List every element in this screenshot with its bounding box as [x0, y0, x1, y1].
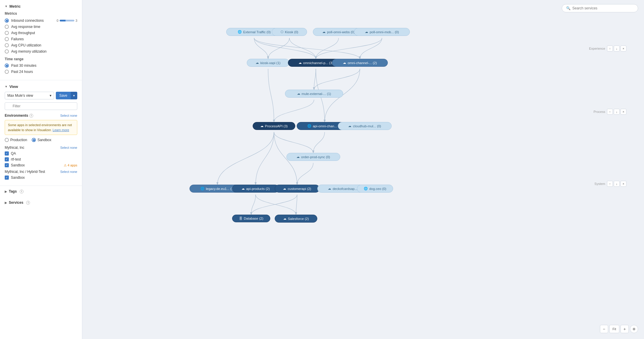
search-icon: 🔍: [566, 6, 571, 10]
range-max: 3: [76, 19, 77, 22]
metric-radio-avg-response[interactable]: [5, 25, 9, 29]
env-radio-production[interactable]: Production: [5, 138, 27, 142]
rtf-test-checkbox[interactable]: ✓: [5, 157, 9, 161]
metric-row-inbound: Inbound connections 0 3: [5, 19, 77, 23]
node-label-customerapi: customerapi (2): [288, 187, 311, 191]
view-section-header[interactable]: ▼ View: [5, 84, 77, 89]
node-cloudhub-mul[interactable]: ☁cloudhub-mul... (0): [338, 122, 392, 130]
zoom-controls: − Fit + ⊕: [600, 325, 638, 333]
node-database[interactable]: 🗄Database (2): [232, 215, 270, 222]
tags-info-icon[interactable]: i: [20, 190, 24, 193]
filter-input[interactable]: [5, 102, 77, 110]
time-radio-30min[interactable]: [5, 64, 9, 68]
mythical-select-none[interactable]: Select none: [60, 146, 77, 149]
sandbox-checkbox[interactable]: ✓: [5, 163, 9, 167]
metric-radio-failures[interactable]: [5, 37, 9, 41]
node-label-omnichannel-p: omnichannel-p... (3): [303, 61, 333, 65]
search-input[interactable]: [572, 6, 634, 10]
node-dog-ceo[interactable]: 🌐dog.ceo (0): [357, 185, 393, 193]
node-label-kiosk: Kiosk (0): [285, 30, 298, 34]
save-caret-button[interactable]: ▾: [71, 92, 77, 99]
view-title: View: [9, 84, 18, 89]
node-icon-poll-omni-mob: ☁: [365, 30, 368, 34]
zoom-out-button[interactable]: −: [600, 325, 608, 333]
learn-more-link[interactable]: Learn more: [53, 128, 69, 132]
range-bar-visual: [60, 20, 74, 21]
qa-checkbox[interactable]: ✓: [5, 151, 9, 156]
node-poll-omni-mob[interactable]: ☁poll-omni-mob... (0): [354, 28, 410, 36]
filter-wrapper: 🔍: [5, 102, 77, 110]
time-range-24hr: Past 24 hours: [5, 70, 77, 74]
node-processapi[interactable]: ☁ProcessAPI (3): [253, 122, 295, 130]
metric-radio-inner: [6, 20, 8, 22]
node-label-mule-external: mule-external-... (1): [302, 92, 331, 96]
time-radio-24hr[interactable]: [5, 70, 9, 74]
search-input-wrap: 🔍: [562, 4, 638, 12]
production-radio-outer: [5, 138, 9, 142]
environments-info-icon[interactable]: i: [29, 114, 33, 118]
node-label-poll-omni-mob: poll-omni-mob... (0): [370, 30, 399, 34]
hybrid-select-none[interactable]: Select none: [60, 170, 77, 173]
fit-button[interactable]: Fit: [609, 325, 619, 333]
metric-label-avg-memory: Avg memory utilization: [11, 49, 47, 54]
env-header: Environments i Select none: [5, 113, 77, 118]
graph-canvas: 🌐External Traffic (0)⬡Kiosk (0)☁poll-omn…: [82, 0, 644, 339]
node-icon-external-traffic: 🌐: [238, 30, 242, 34]
metric-label-inbound: Inbound connections: [11, 19, 44, 23]
node-label-database: Database (2): [244, 217, 263, 220]
checkbox-rtf-test: ✓ rtf-test: [5, 157, 77, 161]
node-mule-external[interactable]: ☁mule-external-... (1): [285, 90, 343, 98]
qa-label: QA: [11, 151, 16, 156]
view-chevron-icon: ▼: [5, 85, 8, 88]
node-icon-omni-channel: ☁: [343, 61, 346, 65]
sandbox-radio-outer: [32, 138, 36, 142]
env-radio-sandbox[interactable]: Sandbox: [32, 138, 51, 142]
node-label-legacy-de-eu1: legacy.de.eu1... (1): [206, 187, 235, 191]
compass-button[interactable]: ⊕: [630, 325, 638, 333]
view-dropdown[interactable]: Max Mule's view ▾: [5, 92, 54, 99]
time-label-30min: Past 30 minutes: [11, 64, 36, 68]
select-none-link[interactable]: Select none: [60, 114, 77, 117]
hybrid-check-icon: ✓: [6, 176, 8, 179]
node-customerapi[interactable]: ☁customerapi (2): [275, 185, 320, 193]
services-info-icon[interactable]: i: [26, 201, 30, 205]
metric-radio-avg-cpu[interactable]: [5, 43, 9, 47]
environments-label: Environments i: [5, 113, 33, 118]
metric-section-header[interactable]: ▼ Metric: [5, 4, 77, 9]
metric-row-failures: Failures: [5, 37, 77, 41]
metric-label-failures: Failures: [11, 37, 24, 41]
node-kiosk-xapi[interactable]: ☁kiosk-xapi (1): [247, 59, 289, 67]
hybrid-sandbox-label: Sandbox: [11, 176, 25, 180]
node-icon-omnichannel-p: ☁: [298, 61, 302, 65]
node-kiosk[interactable]: ⬡Kiosk (0): [272, 28, 307, 36]
tags-label: Tags: [9, 189, 17, 193]
node-label-api-products: api-products (2): [246, 187, 270, 191]
node-order-prod-sync[interactable]: ☁order-prod-sync (0): [286, 153, 340, 161]
node-label-salesforce: Salesforce (2): [288, 217, 309, 221]
services-section-header[interactable]: ▶ Services i: [0, 197, 82, 208]
save-button[interactable]: Save: [56, 92, 71, 99]
hybrid-sandbox-checkbox[interactable]: ✓: [5, 176, 9, 180]
node-salesforce[interactable]: ☁Salesforce (2): [275, 215, 317, 223]
metric-label-avg-cpu: Avg CPU utilization: [11, 43, 41, 47]
node-label-external-traffic: External Traffic (0): [243, 30, 271, 34]
zoom-in-button[interactable]: +: [620, 325, 629, 333]
node-label-cloudhub-mul: cloudhub-mul... (0): [353, 124, 381, 128]
metric-row-avg-memory: Avg memory utilization: [5, 49, 77, 54]
tags-section-header[interactable]: ▶ Tags i: [0, 186, 82, 197]
node-omni-channel[interactable]: ☁omni-channel-... (2): [332, 59, 388, 67]
node-icon-salesforce: ☁: [283, 217, 286, 221]
node-label-dog-ceo: dog.ceo (0): [369, 187, 386, 191]
metric-radio-avg-memory[interactable]: [5, 49, 9, 54]
node-label-order-prod-sync: order-prod-sync (0): [301, 155, 330, 159]
services-label: Services: [9, 201, 23, 205]
production-label: Production: [10, 138, 27, 142]
metric-radio-avg-throughput[interactable]: [5, 31, 9, 35]
sandbox-checkbox-label: Sandbox: [11, 163, 25, 167]
node-api-products[interactable]: ☁api-products (2): [232, 185, 279, 193]
apps-count: 4 apps: [68, 163, 77, 167]
hybrid-group-name: Mythical, Inc / Hybrid-Test: [5, 170, 45, 174]
metric-radio-inbound[interactable]: [5, 19, 9, 23]
node-icon-cloudhub-mul: ☁: [348, 124, 351, 128]
graph-area: 🔍 Experience ↑ ↓ × Process ↑ ↓ × System …: [82, 0, 644, 339]
